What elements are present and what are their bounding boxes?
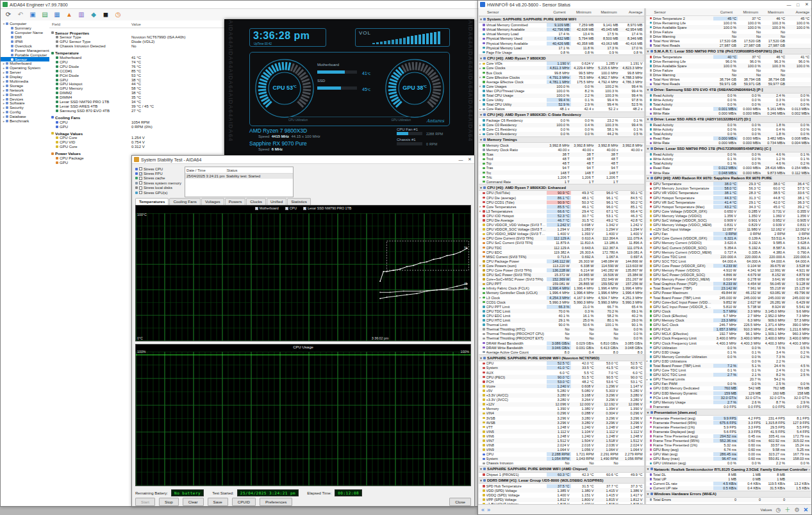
minimize-icon[interactable]: — bbox=[456, 156, 465, 163]
scroll-last-icon[interactable]: » bbox=[487, 507, 490, 513]
col-header-minimum[interactable]: Minimum bbox=[734, 10, 759, 14]
collapse-icon[interactable]: ▾ bbox=[646, 467, 650, 471]
sensor-section-header[interactable]: ▾GPU [#0]: AMD Radeon RX 9070: Sapphire … bbox=[646, 175, 811, 182]
collapse-icon[interactable]: ▾ bbox=[646, 176, 650, 180]
close-button[interactable]: Close bbox=[449, 498, 471, 506]
sensor-row[interactable]: Total Board Power (TBP)23.142 W7.961 W55… bbox=[646, 286, 811, 291]
sensor-row[interactable]: CPU VDDCR_SOC Voltage (SVI3 TFN)1.294 V1… bbox=[479, 227, 644, 232]
sst-titlebar[interactable]: System Stability Test - AIDA64 — ✕ bbox=[132, 156, 474, 164]
sensor-row[interactable]: ▸Core Usages100.0 %0.0 %100.2 %99.4 % bbox=[479, 84, 644, 88]
sensor-row[interactable]: GPU SoC Input Power (VDDCR_SOC)5.810 W5.… bbox=[646, 304, 811, 309]
sensor-row[interactable]: Command Rate1 T1 T1 T bbox=[479, 179, 644, 184]
stop-button[interactable]: Stop bbox=[159, 498, 179, 506]
field-row[interactable]: CCD#185 °C bbox=[49, 69, 224, 73]
start-button[interactable]: Start bbox=[135, 498, 155, 506]
sidebar-item-power-management[interactable]: Power Management bbox=[1, 48, 49, 53]
sensor-row[interactable]: +5V5.280 V5.080 V5.303 V5.280 V bbox=[479, 388, 644, 393]
sensor-section-header[interactable]: ▾Memory Timings bbox=[479, 136, 644, 143]
sensor-row[interactable]: Average Effective Clock4,781.1 MHz175.5 … bbox=[479, 79, 644, 84]
sensor-row[interactable]: VDDQ (SPD) Voltage1.400 V1.151 V1.415 V1… bbox=[479, 493, 644, 497]
collapse-icon[interactable]: ▾ bbox=[479, 478, 483, 482]
legend-item[interactable]: ✓Motherboard bbox=[255, 206, 279, 210]
col-header-minimum[interactable]: Minimum bbox=[567, 10, 593, 14]
sensor-row[interactable]: Framerate0.0 FPS0.0 FPS0.0 FPS0.0 FPS bbox=[646, 404, 811, 409]
sensor-row[interactable]: GPU Memory Voltage (VDDIO)1.356 V1.350 V… bbox=[646, 213, 811, 218]
sensor-row[interactable]: CPU VDDIO_MEM Voltage (SVI3 TFN)1.400 V1… bbox=[479, 232, 644, 236]
sidebar-item-server[interactable]: ▸Server bbox=[1, 70, 49, 75]
sensor-row[interactable]: GPU Memory Junction Temperature58.0 °C56… bbox=[646, 186, 811, 191]
field-row[interactable]: GPU0 RPM (0%) bbox=[49, 124, 224, 129]
sensor-row[interactable]: Max CPU/Thread Usage100.0 %8.2 %100.3 %9… bbox=[479, 88, 644, 93]
stress-option-stress-cpu[interactable]: Stress CPU bbox=[135, 167, 183, 171]
sensor-row[interactable]: GPU Clock Frequency Limit4,400.3 MHz4,40… bbox=[646, 341, 811, 345]
collapse-icon[interactable]: ▾ bbox=[646, 117, 650, 121]
sensor-section-header[interactable]: ▾CPU [#0]: AMD Ryzen 7 9800X3D: Enhanced bbox=[479, 184, 644, 191]
sidebar-item-display[interactable]: ▸Display bbox=[1, 75, 49, 79]
sensor-row[interactable]: Current UP rate0.5 KB/s0.4 KB/s31.5 KB/s… bbox=[646, 486, 811, 491]
sensor-row[interactable]: CPU (PECI)90.0 °C51.5 °C90.5 °C90.0 °C bbox=[479, 375, 644, 379]
sensor-row[interactable]: Total Host Reads27,987 GB27,987 GB27,987… bbox=[646, 44, 811, 48]
collapse-icon[interactable]: ▾ bbox=[479, 113, 483, 117]
sensor-row[interactable]: Drive Remaining Life96.0 %96.0 %96.3 %96… bbox=[646, 59, 811, 63]
sensor-row[interactable]: ▸Core Temperatures85.5 °C46.1 °C96.0 °C8… bbox=[479, 204, 644, 209]
sidebar-item-computer-name[interactable]: Computer Name bbox=[1, 31, 49, 35]
sidebar-item-dmi[interactable]: DMI bbox=[1, 35, 49, 40]
log-row[interactable]: 25/04/2025 3:24:21 pmStability test: Sta… bbox=[185, 174, 293, 179]
sensor-row[interactable]: Memory Controller Clock (UCLK)1,996.4 MH… bbox=[479, 291, 644, 295]
sidebar-item-storage[interactable]: ▸Storage bbox=[1, 83, 49, 88]
collapse-icon[interactable]: ▾ bbox=[479, 356, 483, 360]
preferences-button[interactable]: Preferences bbox=[260, 498, 292, 506]
sensor-row[interactable]: CCD1 Clock5,990.3 MHz5,990.3 MHz5,990.3 … bbox=[479, 300, 644, 304]
tab-cooling-fans[interactable]: Cooling Fans bbox=[169, 198, 200, 205]
legend-checkbox-icon[interactable]: ✓ bbox=[303, 207, 306, 210]
sensor-row[interactable]: PCIe Link Speed32.0 GT/s32.0 GT/s32.0 GT… bbox=[646, 395, 811, 400]
maximize-icon[interactable]: □ bbox=[793, 1, 802, 8]
collapse-icon[interactable]: ▾ bbox=[479, 56, 483, 60]
sensor-row[interactable]: ▸Core C0 Residency100.0 %0.4 %100.3 %99.… bbox=[479, 123, 644, 127]
sidebar-item-multimedia[interactable]: ▸Multimedia bbox=[1, 79, 49, 84]
stress-option-stress-gpu-s-[interactable]: Stress GPU(s) bbox=[135, 190, 183, 195]
sensor-section-header[interactable]: ▾SAPPHIRE SAPPHIRE PURE B650M WIFI (AMD … bbox=[479, 466, 644, 473]
sensor-row[interactable]: GPU Core Current (VDDCR_GFX)6.321 A0.139… bbox=[646, 236, 811, 241]
sidebar-item-network[interactable]: ▸Network bbox=[1, 88, 49, 92]
sensor-row[interactable]: +3.3V (3VCC)3.280 V3.264 V3.296 V3.280 V bbox=[479, 398, 644, 402]
close-icon[interactable]: ✕ bbox=[802, 1, 811, 8]
sensor-section-header[interactable]: ▾Presentation [dwm.exe] bbox=[646, 409, 811, 416]
sensor-row[interactable]: Tras94 T94 T94 T bbox=[479, 166, 644, 170]
sensor-row[interactable]: Page File Usage0.8 %0.8 %0.9 %0.8 % bbox=[479, 50, 644, 54]
add-sensor-icon[interactable]: ＋ bbox=[784, 505, 790, 514]
sensor-row[interactable]: Physical Memory Load17.1 %11.8 %17.3 %17… bbox=[479, 45, 644, 50]
sensor-section-header[interactable]: ▾DDR5 DIMM [#1]: Lexar Group UD5-8000 (W… bbox=[479, 477, 644, 484]
sensor-row[interactable]: Total Board Power (TBP) Limit7.2 %5.1 %2… bbox=[646, 363, 811, 368]
sensor-row[interactable]: Total Host Writes38,794 GB38,794 GB38,79… bbox=[646, 78, 811, 82]
sensor-row[interactable]: Total Graphics Power (TGP)8.233 W4.454 W… bbox=[646, 282, 811, 286]
sensor-row[interactable]: GPU SoC Power (VDDCR_SOC)4.866 W4.679 W8… bbox=[646, 273, 811, 277]
col-header-sensor[interactable]: Sensor bbox=[646, 10, 709, 14]
sidebar-item-config[interactable]: ▸Config bbox=[1, 110, 49, 115]
sensor-row[interactable]: Drive Temperature40 °C37 °C46 °C41 °C bbox=[646, 54, 811, 59]
sensor-row[interactable]: GPU Core TDC Limit220.000 A220.000 A220.… bbox=[646, 254, 811, 259]
sensor-row[interactable]: GPU D3D Usage0.1 %0.1 %3.4 %0.2 % bbox=[646, 350, 811, 354]
sensor-row[interactable]: MISC Current (SVI3 TFN)0.713 A0.692 A1.0… bbox=[479, 254, 644, 259]
sensor-row[interactable]: SPD Hub Temperature37.5 °C31.5 °C37.7 °C… bbox=[479, 484, 644, 488]
collapse-icon[interactable]: ▾ bbox=[646, 88, 650, 92]
sensor-row[interactable]: Read Activity0.0 %0.0 %4.6 %0.1 % bbox=[646, 152, 811, 157]
collapse-icon[interactable]: ▾ bbox=[479, 467, 483, 471]
sensor-row[interactable]: CPU Die (average)86.1 °C48.1 °C96.1 °C84… bbox=[479, 195, 644, 200]
sensor-row[interactable]: Thermal Limit90.0 %50.6 %100.1 %90.1 % bbox=[479, 323, 644, 327]
sensor-row[interactable]: PCH53.0 °C48.2 °C53.6 °C53.1 °C bbox=[479, 379, 644, 384]
sidebar-item-overclock[interactable]: Overclock bbox=[1, 44, 49, 48]
sensor-row[interactable]: VDD (SPD) Voltage1.385 V1.380 V1.415 V1.… bbox=[479, 488, 644, 493]
sensor-section-header[interactable]: ▾Drive: Samsung SSD 870 EVO 4TB (S6BANG0… bbox=[646, 86, 811, 94]
sensor-row[interactable]: Current DL rate4.5 KB/s0.4 KB/s119.5 KB/… bbox=[646, 482, 811, 486]
scroll-first-icon[interactable]: « bbox=[481, 507, 485, 513]
sensor-row[interactable]: +3.3V (AVCC)3.280 V3.168 V3.296 V3.280 V bbox=[479, 393, 644, 398]
close-sensors-icon[interactable]: ✕ bbox=[803, 507, 808, 513]
sensor-row[interactable]: GPU Clock (Effective)6.7 MHz2.7 MHz2,952… bbox=[646, 313, 811, 318]
sensor-row[interactable]: Core+SoC+MISC Power (SVI3 TFN)152.369 W2… bbox=[479, 277, 644, 282]
sensor-row[interactable]: Drive Temperature 245 °C37 °C46 °C45 °C bbox=[646, 16, 811, 20]
sensor-row[interactable]: GPU D3D Memory Dedicated760 MB542 MB762 … bbox=[646, 386, 811, 391]
sensor-row[interactable]: ▸GPU Thermal Limits20.7 %54.2 % bbox=[646, 377, 811, 382]
sensor-row[interactable]: Read Rate0.000 MB/s0.000 MB/s3.482 MB/s0… bbox=[646, 136, 811, 141]
collapse-icon[interactable]: ▾ bbox=[646, 411, 650, 414]
